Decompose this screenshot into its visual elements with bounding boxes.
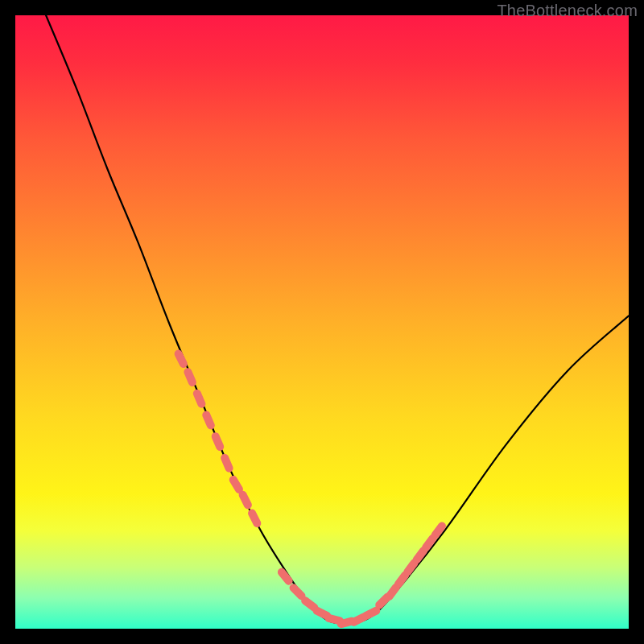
highlight-marker <box>436 526 442 535</box>
chart-background <box>15 15 629 629</box>
bottleneck-chart <box>15 15 629 629</box>
highlight-marker <box>407 563 414 572</box>
highlight-marker <box>216 436 221 447</box>
highlight-marker <box>197 394 202 404</box>
highlight-marker <box>188 372 192 382</box>
highlight-marker <box>282 572 289 581</box>
highlight-marker <box>398 575 405 584</box>
highlight-marker <box>233 480 239 489</box>
highlight-marker <box>225 458 229 469</box>
highlight-marker <box>206 415 211 425</box>
highlight-marker <box>328 618 340 621</box>
highlight-marker <box>353 617 364 621</box>
highlight-marker <box>426 539 432 547</box>
watermark-text: TheBottleneck.com <box>497 2 638 20</box>
highlight-marker <box>317 611 328 616</box>
highlight-marker <box>366 611 377 616</box>
bottleneck-curve <box>46 15 629 623</box>
highlight-marker <box>252 514 257 524</box>
highlight-marker <box>305 601 314 607</box>
highlight-marker <box>179 353 184 364</box>
highlight-marker <box>243 495 248 506</box>
highlight-marker <box>294 588 302 596</box>
highlight-markers <box>179 353 442 624</box>
highlight-marker <box>389 588 395 597</box>
highlight-marker <box>417 551 423 559</box>
